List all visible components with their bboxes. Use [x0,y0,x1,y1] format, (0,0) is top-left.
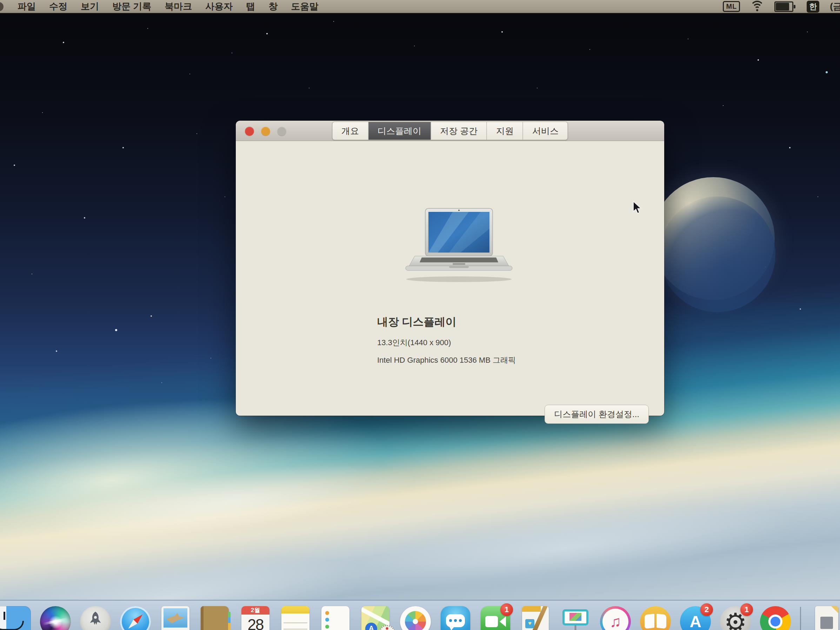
menu-bookmarks[interactable]: 북마크 [164,0,192,13]
dock-item-ibooks[interactable] [640,606,671,630]
calendar-icon: 2월 28 [242,606,270,630]
tab-displays[interactable]: 디스플레이 [368,122,431,140]
messages-icon [441,606,470,630]
menu-date[interactable]: (금 [830,0,840,13]
dock-item-siri[interactable] [40,606,71,630]
tab-bar: 개요 디스플레이 저장 공간 지원 서비스 [332,122,568,140]
contacts-icon [201,606,229,630]
mail-icon [161,606,189,630]
tab-support[interactable]: 지원 [487,122,523,140]
system-preferences-badge: 1 [741,603,753,616]
dock-item-facetime[interactable]: 1 [480,606,511,630]
dock-item-document[interactable] [810,606,840,630]
status-icons: ML 한 (금 [723,0,840,13]
dock-item-calendar[interactable]: 2월 28 [240,606,271,630]
menu-window[interactable]: 창 [268,0,278,13]
photo-booth-icon [561,606,590,630]
tab-service[interactable]: 서비스 [523,122,568,140]
dock-item-reminders[interactable] [320,606,351,630]
dock-separator [800,607,801,630]
graphics-spec: Intel HD Graphics 6000 1536 MB 그래픽 [377,355,516,366]
screen: 파일 수정 보기 방문 기록 북마크 사용자 탭 창 도움말 ML 한 (금 [0,0,840,630]
dock-item-messages[interactable] [440,606,471,630]
menu-file[interactable]: 파일 [17,0,36,13]
ibooks-icon [640,606,671,630]
dock-item-launchpad[interactable] [80,606,111,630]
window-body: 내장 디스플레이 13.3인치(1440 x 900) Intel HD Gra… [236,141,664,416]
app-store-badge: 2 [700,603,713,616]
dock-item-maps[interactable]: A [360,606,391,630]
dock-item-mail[interactable] [160,606,191,630]
display-preferences-button[interactable]: 디스플레이 환경설정... [545,405,649,424]
dock-item-finder[interactable] [0,606,31,630]
notes-icon [281,606,309,630]
input-ml-icon[interactable]: ML [723,1,740,12]
itunes-icon: ♫ [600,606,631,630]
battery-icon[interactable] [774,2,796,12]
display-name: 내장 디스플레이 [377,315,456,329]
launchpad-icon [80,606,111,630]
pages-icon [522,606,549,630]
dock-item-contacts[interactable] [200,606,231,630]
dock-item-notes[interactable] [280,606,311,630]
menu-view[interactable]: 보기 [81,0,99,13]
maps-marker: A [365,623,377,630]
about-this-mac-window: 개요 디스플레이 저장 공간 지원 서비스 [236,121,664,416]
facetime-badge: 1 [501,603,513,616]
display-spec: 13.3인치(1440 x 900) [377,338,451,348]
dock-item-itunes[interactable]: ♫ [600,606,631,630]
dock-item-system-preferences[interactable]: ⚙ 1 [720,606,751,630]
menu-items: 파일 수정 보기 방문 기록 북마크 사용자 탭 창 도움말 [17,0,318,13]
menu-bar: 파일 수정 보기 방문 기록 북마크 사용자 탭 창 도움말 ML 한 (금 [0,0,840,14]
zoom-button[interactable] [277,126,286,136]
dock-item-pages[interactable] [520,606,551,630]
menu-help[interactable]: 도움말 [291,0,318,13]
dock-item-app-store[interactable]: A 2 [680,606,711,630]
dock-item-safari[interactable] [120,606,151,630]
dock-item-chrome[interactable] [760,606,791,630]
reminders-icon [321,606,349,630]
photos-icon [400,606,431,630]
window-titlebar[interactable]: 개요 디스플레이 저장 공간 지원 서비스 [236,121,664,141]
finder-icon [0,606,31,630]
siri-icon [40,606,71,630]
tab-storage[interactable]: 저장 공간 [431,122,487,140]
calendar-day: 28 [242,614,270,630]
dock-item-photos[interactable] [400,606,431,630]
traffic-lights [245,126,286,136]
chrome-icon [760,606,791,630]
wifi-icon[interactable] [750,2,764,12]
apple-menu-partial-icon[interactable] [0,2,3,11]
menu-history[interactable]: 방문 기록 [112,0,151,13]
document-icon [815,606,838,630]
mouse-cursor [633,201,644,215]
minimize-button[interactable] [261,126,270,136]
hangul-input-icon[interactable]: 한 [807,1,819,13]
calendar-month: 2월 [242,606,270,614]
safari-icon [120,606,151,630]
menu-users[interactable]: 사용자 [205,0,233,13]
menu-tab[interactable]: 탭 [246,0,255,13]
dock: 2월 28 A 1 [0,600,840,630]
menu-edit[interactable]: 수정 [49,0,67,13]
tab-overview[interactable]: 개요 [332,122,368,140]
close-button[interactable] [245,126,254,136]
macbook-illustration [400,208,518,283]
dock-item-photo-booth[interactable] [560,606,591,630]
